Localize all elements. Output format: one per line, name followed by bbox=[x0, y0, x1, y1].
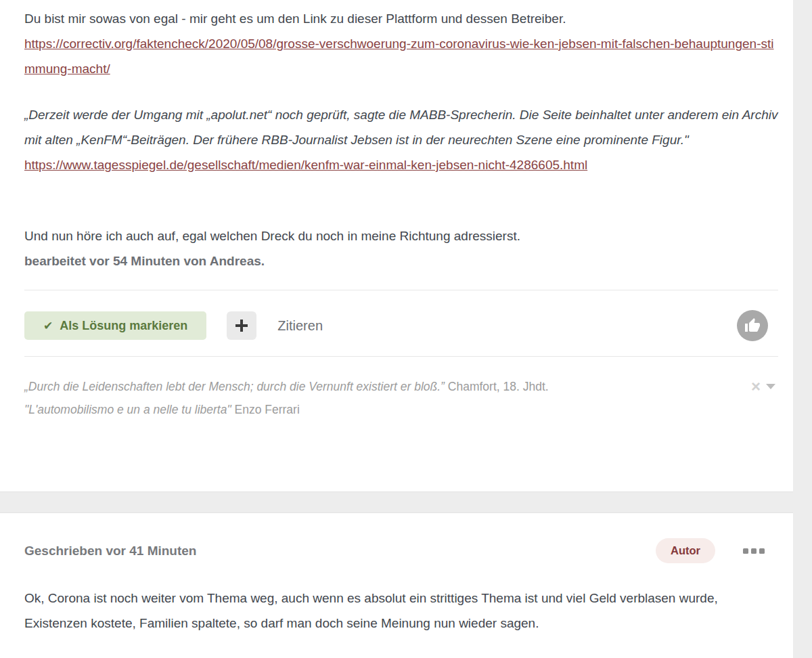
mark-solution-label: Als Lösung markieren bbox=[60, 319, 187, 333]
post-card-1: Du bist mir sowas von egal - mir geht es… bbox=[0, 0, 793, 492]
chevron-down-icon[interactable] bbox=[766, 384, 775, 389]
multiquote-button[interactable] bbox=[227, 311, 256, 340]
post-options-button[interactable] bbox=[743, 546, 765, 556]
ellipsis-icon bbox=[743, 548, 748, 554]
signature-quote-2: "L'automobilismo e un a nelle tu liberta… bbox=[24, 403, 231, 416]
tagesspiegel-link[interactable]: https://www.tagesspiegel.de/gesellschaft… bbox=[24, 152, 778, 177]
author-badge: Autor bbox=[656, 538, 715, 563]
post1-paragraph-1: Du bist mir sowas von egal - mir geht es… bbox=[24, 6, 778, 81]
forum-page: Du bist mir sowas von egal - mir geht es… bbox=[0, 0, 812, 658]
post1-closing-paragraph: Und nun höre ich auch auf, egal welchen … bbox=[24, 223, 778, 273]
signature-row: „Durch die Leidenschaften lebt der Mensc… bbox=[24, 375, 778, 421]
post2-timestamp: Geschrieben vor 41 Minuten bbox=[24, 538, 196, 563]
thumbs-up-icon bbox=[744, 317, 761, 334]
edited-note: bearbeitet vor 54 Minuten von Andreas. bbox=[24, 254, 265, 268]
post1-quote-paragraph: „Derzeit werde der Umgang mit „apolut.ne… bbox=[24, 102, 778, 177]
post1-closing-text: Und nun höre ich auch auf, egal welchen … bbox=[24, 229, 520, 243]
plus-icon bbox=[235, 320, 248, 332]
post1-quote-text: „Derzeit werde der Umgang mit „apolut.ne… bbox=[24, 108, 777, 147]
signature-line-1: „Durch die Leidenschaften lebt der Mensc… bbox=[24, 375, 549, 398]
signature-block: „Durch die Leidenschaften lebt der Mensc… bbox=[24, 375, 549, 421]
post1-action-row: ✔ Als Lösung markieren Zitieren bbox=[24, 311, 778, 340]
like-button[interactable] bbox=[737, 310, 768, 341]
close-icon[interactable]: × bbox=[751, 378, 761, 395]
signature-quote-1: „Durch die Leidenschaften lebt der Mensc… bbox=[24, 380, 445, 393]
signature-controls: × bbox=[751, 378, 775, 395]
divider bbox=[24, 290, 778, 290]
correctiv-link[interactable]: https://correctiv.org/faktencheck/2020/0… bbox=[24, 31, 778, 81]
mark-solution-button[interactable]: ✔ Als Lösung markieren bbox=[24, 311, 206, 340]
quote-button[interactable]: Zitieren bbox=[277, 318, 323, 334]
post-card-2: Geschrieben vor 41 Minuten Autor Ok, Cor… bbox=[0, 512, 793, 658]
signature-attribution-2: Enzo Ferrari bbox=[235, 403, 300, 416]
divider bbox=[24, 356, 778, 357]
post2-header: Geschrieben vor 41 Minuten Autor bbox=[24, 538, 778, 563]
post1-paragraph-1-text: Du bist mir sowas von egal - mir geht es… bbox=[24, 12, 566, 26]
check-icon: ✔ bbox=[43, 320, 53, 332]
signature-attribution-1: Chamfort, 18. Jhdt. bbox=[448, 380, 549, 393]
post2-body: Ok, Corona ist noch weiter vom Thema weg… bbox=[24, 586, 778, 636]
post2-header-right: Autor bbox=[656, 538, 765, 563]
signature-line-2: "L'automobilismo e un a nelle tu liberta… bbox=[24, 398, 549, 421]
